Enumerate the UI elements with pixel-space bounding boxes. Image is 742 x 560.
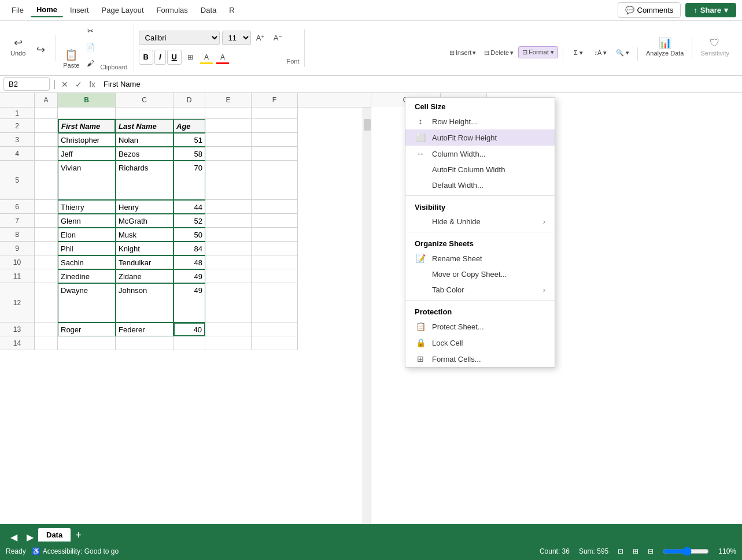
col-header-b[interactable]: B — [58, 93, 116, 107]
underline-button[interactable]: U — [167, 50, 182, 65]
cell-f11[interactable] — [252, 269, 298, 283]
cell-f3[interactable] — [252, 133, 298, 147]
cell-a1[interactable] — [35, 107, 58, 119]
row-header-14[interactable]: 14 — [0, 336, 35, 350]
format-button[interactable]: ⊡ Format ▾ — [518, 46, 558, 58]
cell-f13[interactable] — [252, 322, 298, 336]
italic-button[interactable]: I — [154, 50, 166, 65]
cell-b9[interactable]: Phil — [58, 242, 116, 255]
cell-b8[interactable]: Elon — [58, 228, 116, 242]
col-header-c[interactable]: C — [116, 93, 173, 107]
comments-button[interactable]: 💬 Comments — [618, 2, 681, 18]
cell-c7[interactable]: McGrath — [116, 214, 173, 228]
cell-f10[interactable] — [252, 255, 298, 269]
cell-f4[interactable] — [252, 147, 298, 161]
cell-c13[interactable]: Federer — [116, 322, 173, 336]
cell-c4[interactable]: Bezos — [116, 147, 173, 161]
menu-page-layout[interactable]: Page Layout — [96, 3, 150, 17]
cell-d6[interactable]: 44 — [173, 200, 205, 214]
cell-d5[interactable]: 70 — [173, 161, 205, 200]
cell-d7[interactable]: 52 — [173, 214, 205, 228]
fill-color-button[interactable]: A — [199, 50, 214, 65]
sum-button[interactable]: Σ ▾ — [568, 47, 589, 58]
share-button[interactable]: ↑ Share ▾ — [685, 3, 736, 17]
cell-e13[interactable] — [205, 322, 252, 336]
cell-b4[interactable]: Jeff — [58, 147, 116, 161]
cell-c12[interactable]: Johnson — [116, 283, 173, 322]
cell-d8[interactable]: 50 — [173, 228, 205, 242]
cell-c9[interactable]: Knight — [116, 242, 173, 255]
col-header-e[interactable]: E — [205, 93, 252, 107]
row-header-7[interactable]: 7 — [0, 214, 35, 228]
cell-d1[interactable] — [173, 107, 205, 119]
cell-b2[interactable]: First Name — [58, 119, 116, 133]
row-header-4[interactable]: 4 — [0, 147, 35, 161]
row-header-6[interactable]: 6 — [0, 200, 35, 214]
find-button[interactable]: 🔍 ▾ — [612, 47, 633, 58]
cell-e12[interactable] — [205, 283, 252, 322]
cell-f5[interactable] — [252, 161, 298, 200]
font-name-select[interactable]: Calibri — [139, 31, 220, 45]
cell-e2[interactable] — [205, 119, 252, 133]
cell-e8[interactable] — [205, 228, 252, 242]
sheet-tab-data[interactable]: Data — [38, 528, 71, 543]
cell-a14[interactable] — [35, 336, 58, 350]
cell-e3[interactable] — [205, 133, 252, 147]
cell-e5[interactable] — [205, 161, 252, 200]
paste-button[interactable]: 📋 Paste — [61, 47, 82, 71]
cell-b7[interactable]: Glenn — [58, 214, 116, 228]
cell-e1[interactable] — [205, 107, 252, 119]
cell-c6[interactable]: Henry — [116, 200, 173, 214]
cell-c3[interactable]: Nolan — [116, 133, 173, 147]
cell-e10[interactable] — [205, 255, 252, 269]
cell-a11[interactable] — [35, 269, 58, 283]
menu-insert[interactable]: Insert — [64, 3, 95, 17]
borders-button[interactable]: ⊞ — [183, 50, 198, 65]
view-page-break-icon[interactable]: ⊟ — [648, 547, 654, 555]
row-header-12[interactable]: 12 — [0, 283, 35, 322]
cell-c11[interactable]: Zidane — [116, 269, 173, 283]
cell-d4[interactable]: 58 — [173, 147, 205, 161]
cell-a10[interactable] — [35, 255, 58, 269]
menu-r[interactable]: R — [223, 3, 240, 17]
cell-b3[interactable]: Christopher — [58, 133, 116, 147]
cell-e4[interactable] — [205, 147, 252, 161]
cell-d10[interactable]: 48 — [173, 255, 205, 269]
cell-d12[interactable]: 49 — [173, 283, 205, 322]
sort-button[interactable]: ↕A ▾ — [590, 47, 611, 58]
copy-button[interactable]: 📄 — [83, 39, 98, 54]
cell-f9[interactable] — [252, 242, 298, 255]
cell-d2[interactable]: Age — [173, 119, 205, 133]
menu-file[interactable]: File — [6, 3, 29, 17]
row-header-8[interactable]: 8 — [0, 228, 35, 242]
confirm-formula-icon[interactable]: ✓ — [73, 79, 84, 90]
tab-prev-button[interactable]: ◀ — [6, 532, 22, 543]
view-normal-icon[interactable]: ⊡ — [618, 547, 623, 555]
cell-b6[interactable]: Thierry — [58, 200, 116, 214]
menu-formulas[interactable]: Formulas — [151, 3, 194, 17]
cell-b14[interactable] — [58, 336, 116, 350]
row-header-1[interactable]: 1 — [0, 107, 35, 119]
cell-c2[interactable]: Last Name — [116, 119, 173, 133]
font-size-select[interactable]: 11 — [222, 31, 251, 45]
col-header-q[interactable]: Q — [371, 93, 441, 107]
cell-d13[interactable]: 40 — [173, 322, 205, 336]
cell-a4[interactable] — [35, 147, 58, 161]
row-header-13[interactable]: 13 — [0, 322, 35, 336]
cell-f6[interactable] — [252, 200, 298, 214]
cut-button[interactable]: ✂ — [83, 23, 98, 38]
cell-e11[interactable] — [205, 269, 252, 283]
cell-c14[interactable] — [116, 336, 173, 350]
cell-d11[interactable]: 49 — [173, 269, 205, 283]
cell-a13[interactable] — [35, 322, 58, 336]
analyze-data-button[interactable]: 📊 Analyze Data — [643, 35, 687, 58]
cell-d14[interactable] — [173, 336, 205, 350]
cell-b5[interactable]: Vivian — [58, 161, 116, 200]
cell-f12[interactable] — [252, 283, 298, 322]
cell-f14[interactable] — [252, 336, 298, 350]
cell-b1[interactable] — [58, 107, 116, 119]
cell-c8[interactable]: Musk — [116, 228, 173, 242]
decrease-font-size-button[interactable]: A⁻ — [271, 31, 286, 46]
redo-button[interactable]: ↪ — [30, 42, 51, 58]
col-header-a[interactable]: A — [35, 93, 58, 107]
